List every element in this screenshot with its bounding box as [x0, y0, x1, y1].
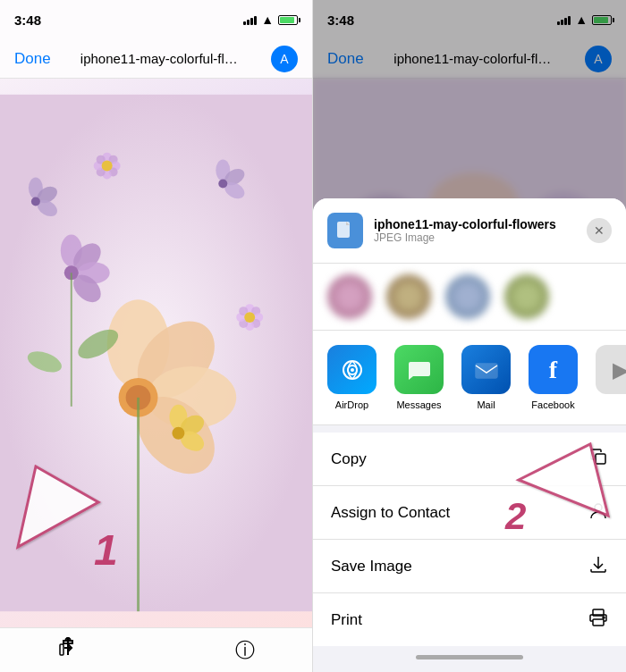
app-item-airdrop[interactable]: AirDrop [327, 345, 376, 410]
signal-bar-3 [250, 18, 253, 25]
right-panel: 3:48 ▲ Done iphone11-may-colorful-flowe.… [313, 0, 626, 672]
airdrop-svg [339, 357, 366, 383]
print-action[interactable]: Print [313, 593, 626, 646]
share-close-button[interactable]: ✕ [587, 218, 612, 243]
svg-marker-65 [519, 444, 608, 516]
signal-bar-4 [254, 16, 257, 25]
share-file-info: iphone11-may-colorful-flowers JPEG Image [374, 217, 576, 244]
contact-avatar-4 [504, 274, 549, 319]
facebook-icon: f [529, 345, 578, 394]
left-signal-bars [243, 14, 257, 25]
contact-avatar-3 [445, 274, 490, 319]
svg-point-36 [102, 161, 113, 172]
signal-bar-2 [247, 20, 250, 25]
info-button[interactable]: ⓘ [235, 637, 255, 664]
messages-label: Messages [396, 399, 441, 410]
messages-svg [406, 357, 433, 383]
facebook-f: f [549, 356, 557, 384]
app-item-mail[interactable]: Mail [461, 345, 511, 410]
save-image-action[interactable]: Save Image [313, 540, 626, 593]
messages-icon [394, 345, 444, 394]
left-battery-fill [280, 17, 294, 23]
contact-avatar-2 [386, 274, 431, 319]
app-item-messages[interactable]: Messages [394, 345, 444, 410]
svg-text:1: 1 [94, 526, 118, 574]
left-bottom-toolbar: ⓘ [0, 627, 312, 672]
left-nav-title: iphone11-may-colorful-flowe... [80, 51, 241, 66]
file-icon-svg [335, 221, 355, 240]
svg-point-15 [31, 197, 40, 206]
share-file-name: iphone11-may-colorful-flowers [374, 217, 576, 231]
left-panel: 3:48 ▲ Done iphone11-may-colorful-flowe.… [0, 0, 313, 672]
share-file-icon [327, 213, 363, 248]
facebook-label: Facebook [531, 399, 574, 410]
print-label: Print [331, 611, 362, 629]
share-file-type: JPEG Image [374, 231, 576, 244]
svg-point-23 [172, 427, 184, 440]
left-battery-icon [278, 15, 298, 25]
contacts-row [313, 264, 626, 331]
contact-avatar-1 [327, 274, 372, 319]
left-nav-bar: Done iphone11-may-colorful-flowe... A [0, 39, 312, 79]
save-image-icon [588, 554, 608, 578]
svg-rect-63 [593, 619, 604, 626]
airdrop-icon [327, 345, 376, 394]
svg-point-58 [351, 368, 354, 372]
svg-point-64 [603, 617, 605, 618]
right-bottom-indicator [313, 646, 626, 672]
more-icon: ▶ [596, 345, 626, 394]
right-arrow-annotation: 2 [501, 435, 617, 533]
app-item-facebook[interactable]: f Facebook [529, 345, 578, 410]
left-time: 3:48 [14, 13, 41, 28]
save-image-label: Save Image [331, 558, 412, 575]
share-header: iphone11-may-colorful-flowers JPEG Image… [313, 198, 626, 264]
left-wifi-icon: ▲ [261, 13, 274, 27]
left-done-button[interactable]: Done [14, 50, 51, 68]
svg-rect-48 [60, 644, 63, 655]
share-button[interactable] [57, 637, 79, 664]
left-status-bar: 3:48 ▲ [0, 0, 312, 39]
left-status-icons: ▲ [243, 13, 298, 27]
print-svg [588, 608, 608, 627]
contact-item-4[interactable] [504, 274, 549, 319]
svg-rect-59 [476, 364, 497, 378]
svg-marker-46 [18, 466, 98, 547]
print-icon [588, 608, 608, 632]
signal-bar-1 [243, 21, 246, 25]
contact-item-3[interactable] [445, 274, 490, 319]
right-home-indicator [416, 655, 523, 659]
copy-label: Copy [331, 450, 367, 468]
left-image-area: 1 [0, 79, 312, 627]
svg-text:2: 2 [504, 495, 526, 533]
left-arrow-annotation: 1 [9, 458, 134, 574]
svg-point-19 [218, 180, 227, 189]
contact-item-2[interactable] [386, 274, 431, 319]
svg-point-45 [244, 312, 255, 323]
assign-contact-label: Assign to Contact [331, 504, 450, 522]
mail-icon [461, 345, 511, 394]
contact-item-1[interactable] [327, 274, 372, 319]
apps-row: AirDrop Messages Mail [313, 331, 626, 425]
save-svg [588, 554, 608, 574]
app-item-more: ▶ [596, 345, 626, 394]
mail-svg [473, 357, 500, 383]
left-profile-icon[interactable]: A [271, 46, 298, 72]
mail-label: Mail [477, 399, 495, 410]
airdrop-label: AirDrop [335, 399, 368, 410]
